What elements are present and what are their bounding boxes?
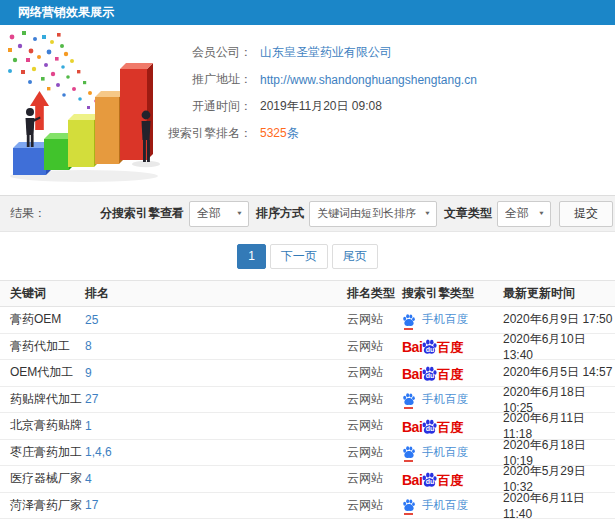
header-keyword: 关键词 — [10, 285, 85, 302]
sort-value: 关键词由短到长排序 — [317, 206, 416, 221]
baidu-paw-icon — [402, 313, 416, 327]
baidu-paw-icon: du — [421, 338, 438, 355]
table-row: 膏药代加工 8 云网站 Baidu百度 2020年6月10日 13:40 — [0, 334, 615, 361]
rank-count: 5325 — [260, 126, 287, 140]
engine-cell: 手机百度 — [402, 392, 503, 407]
open-time-label: 开通时间： — [148, 98, 252, 115]
keyword-cell: 医疗器械厂家 — [10, 470, 85, 487]
last-page-button[interactable]: 尾页 — [332, 244, 378, 269]
rank-link[interactable]: 1,4,6 — [85, 445, 112, 459]
rank-type-cell: 云网站 — [347, 364, 402, 381]
caret-down-icon: ▼ — [236, 211, 243, 217]
rank-type-cell: 云网站 — [347, 338, 402, 355]
rank-link[interactable]: 8 — [85, 339, 92, 353]
table-row: OEM代加工 9 云网站 Baidu百度 2020年6月5日 14:57 — [0, 360, 615, 387]
open-time-row: 开通时间： 2019年11月20日 09:08 — [148, 93, 477, 120]
engine-view-value: 全部 — [197, 205, 221, 222]
result-label: 结果： — [10, 205, 46, 222]
table-row: 药贴牌代加工 27 云网站 手机百度 2020年6月18日 10:25 — [0, 387, 615, 414]
promo-url-label: 推广地址： — [148, 71, 252, 88]
keyword-cell: 菏泽膏药厂家 — [10, 497, 85, 514]
submit-button[interactable]: 提交 — [559, 201, 613, 227]
baidu-paw-icon: du — [421, 471, 438, 488]
filter-bar: 结果： 分搜索引擎查看 全部 ▼ 排序方式 关键词由短到长排序 ▼ 文章类型 全… — [0, 195, 615, 232]
engine-cell: Baidu百度 — [402, 365, 503, 381]
engine-rank-value: 5325条 — [260, 125, 299, 142]
rank-link[interactable]: 4 — [85, 472, 92, 486]
rank-type-cell: 云网站 — [347, 311, 402, 328]
mobile-baidu-badge: 手机百度 — [402, 445, 468, 460]
confetti-dots — [8, 31, 108, 120]
promo-url-link[interactable]: http://www.shandonghuangshengtang.cn — [260, 73, 477, 87]
table-row: 菏泽膏药厂家 17 云网站 手机百度 2020年6月11日 11:40 — [0, 493, 615, 520]
page-1-button[interactable]: 1 — [237, 244, 266, 269]
caret-down-icon: ▼ — [424, 211, 431, 217]
caret-down-icon: ▼ — [538, 211, 545, 217]
mobile-baidu-badge: 手机百度 — [402, 392, 468, 407]
header-engine-type: 搜索引擎类型 — [402, 285, 503, 302]
engine-label: 手机百度 — [422, 445, 468, 460]
table-header: 关键词 排名 排名类型 搜索引擎类型 最新更新时间 — [0, 280, 615, 307]
keyword-cell: 北京膏药贴牌 — [10, 417, 85, 434]
update-time-cell: 2020年6月9日 17:50 — [503, 311, 615, 328]
engine-cell: Baidu百度 — [402, 338, 503, 354]
baidu-logo: Baidu百度 — [402, 338, 463, 354]
baidu-paw-icon: du — [421, 418, 438, 435]
baidu-paw-icon — [402, 498, 416, 512]
keyword-cell: 膏药代加工 — [10, 338, 85, 355]
company-link[interactable]: 山东皇圣堂药业有限公司 — [260, 44, 392, 61]
keyword-cell: 膏药OEM — [10, 311, 85, 328]
engine-view-select[interactable]: 全部 ▼ — [189, 201, 249, 227]
rank-link[interactable]: 9 — [85, 366, 92, 380]
company-label: 会员公司： — [148, 44, 252, 61]
hero-section: 会员公司： 山东皇圣堂药业有限公司 推广地址： http://www.shand… — [0, 25, 615, 195]
engine-rank-row: 搜索引擎排名： 5325条 — [148, 120, 477, 147]
results-table: 关键词 排名 排名类型 搜索引擎类型 最新更新时间 膏药OEM 25 云网站 手… — [0, 280, 615, 519]
rank-type-cell: 云网站 — [347, 391, 402, 408]
article-type-select[interactable]: 全部 ▼ — [497, 201, 551, 227]
page-header: 网络营销效果展示 — [0, 0, 615, 25]
update-time-cell: 2020年6月10日 13:40 — [503, 331, 615, 362]
rank-type-cell: 云网站 — [347, 444, 402, 461]
rank-type-cell: 云网站 — [347, 417, 402, 434]
engine-rank-label: 搜索引擎排名： — [148, 125, 252, 142]
pagination: 1 下一页 尾页 — [0, 232, 615, 280]
member-info: 会员公司： 山东皇圣堂药业有限公司 推广地址： http://www.shand… — [148, 39, 477, 147]
rank-type-cell: 云网站 — [347, 497, 402, 514]
table-row: 医疗器械厂家 4 云网站 Baidu百度 2020年5月29日 10:32 — [0, 466, 615, 493]
rank-unit: 条 — [287, 126, 299, 140]
article-type-value: 全部 — [505, 205, 529, 222]
filter-controls: 分搜索引擎查看 全部 ▼ 排序方式 关键词由短到长排序 ▼ 文章类型 全部 ▼ … — [93, 201, 613, 227]
company-row: 会员公司： 山东皇圣堂药业有限公司 — [148, 39, 477, 66]
keyword-cell: OEM代加工 — [10, 364, 85, 381]
engine-cell: Baidu百度 — [402, 418, 503, 434]
engine-label: 手机百度 — [422, 498, 468, 513]
rank-link[interactable]: 17 — [85, 498, 98, 512]
promo-url-row: 推广地址： http://www.shandonghuangshengtang.… — [148, 66, 477, 93]
baidu-logo: Baidu百度 — [402, 471, 463, 487]
engine-cell: 手机百度 — [402, 498, 503, 513]
sort-select[interactable]: 关键词由短到长排序 ▼ — [309, 201, 437, 227]
baidu-paw-icon — [402, 392, 416, 406]
update-time-cell: 2020年6月11日 11:40 — [503, 490, 615, 520]
baidu-logo: Baidu百度 — [402, 365, 463, 381]
mobile-baidu-badge: 手机百度 — [402, 312, 468, 327]
engine-label: 手机百度 — [422, 392, 468, 407]
table-row: 北京膏药贴牌 1 云网站 Baidu百度 2020年6月11日 11:18 — [0, 413, 615, 440]
table-row: 枣庄膏药加工 1,4,6 云网站 手机百度 2020年6月18日 10:19 — [0, 440, 615, 467]
table-row: 膏药OEM 25 云网站 手机百度 2020年6月9日 17:50 — [0, 307, 615, 334]
next-page-button[interactable]: 下一页 — [270, 244, 328, 269]
mobile-baidu-badge: 手机百度 — [402, 498, 468, 513]
baidu-paw-icon: du — [421, 365, 438, 382]
baidu-paw-icon — [402, 445, 416, 459]
rank-link[interactable]: 1 — [85, 419, 92, 433]
article-type-label: 文章类型 — [444, 205, 492, 222]
rank-link[interactable]: 27 — [85, 392, 98, 406]
engine-view-label: 分搜索引擎查看 — [100, 205, 184, 222]
baidu-logo: Baidu百度 — [402, 418, 463, 434]
header-update-time: 最新更新时间 — [503, 285, 615, 302]
keyword-cell: 药贴牌代加工 — [10, 391, 85, 408]
engine-cell: Baidu百度 — [402, 471, 503, 487]
rank-link[interactable]: 25 — [85, 313, 98, 327]
engine-cell: 手机百度 — [402, 445, 503, 460]
